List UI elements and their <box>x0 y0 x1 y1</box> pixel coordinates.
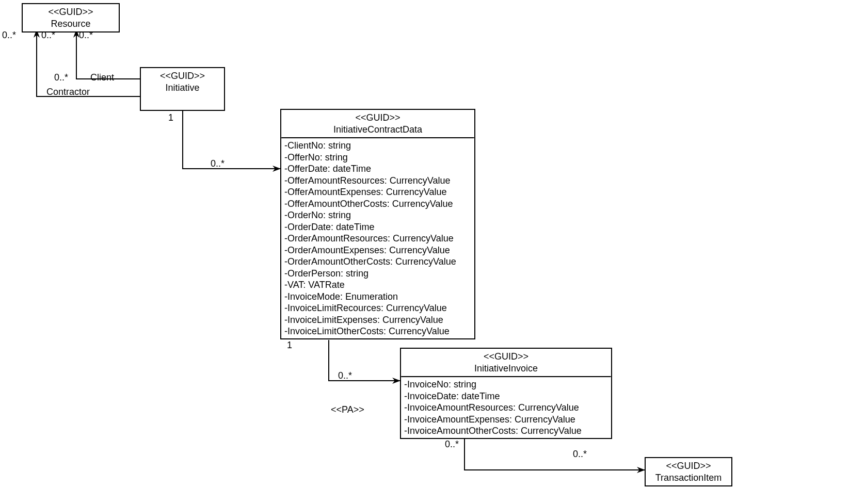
multiplicity-label: 0..* <box>54 72 68 83</box>
multiplicity-label: 0..* <box>338 370 352 381</box>
class-initiative-contract-data: <<GUID>> InitiativeContractData -ClientN… <box>280 109 475 339</box>
attribute: -InvoiceLimitRecources: CurrencyValue <box>284 302 471 314</box>
stereotype-label: <<PA>> <box>331 404 364 415</box>
multiplicity-label: 1 <box>287 340 292 351</box>
attribute: -OfferAmountResources: CurrencyValue <box>284 175 471 187</box>
attribute: -InvoiceAmountOtherCosts: CurrencyValue <box>404 425 608 437</box>
attribute: -VAT: VATRate <box>284 279 471 291</box>
attribute: -OrderDate: dateTime <box>284 221 471 233</box>
stereotype-label: <<GUID>> <box>28 6 114 18</box>
role-label: Contractor <box>46 87 90 97</box>
stereotype-label: <<GUID>> <box>146 70 219 82</box>
multiplicity-label: 1 <box>168 112 173 123</box>
attribute: -InvoiceAmountExpenses: CurrencyValue <box>404 414 608 426</box>
stereotype-label: <<GUID>> <box>651 460 726 472</box>
class-initiative: <<GUID>> Initiative <box>140 67 225 111</box>
multiplicity-label: 0..* <box>79 30 93 41</box>
stereotype-label: <<GUID>> <box>406 351 606 363</box>
stereotype-label: <<GUID>> <box>286 112 469 124</box>
class-initiative-invoice: <<GUID>> InitiativeInvoice -InvoiceNo: s… <box>400 348 612 439</box>
attribute: -OrderPerson: string <box>284 268 471 280</box>
class-resource: <<GUID>> Resource <box>22 3 120 32</box>
attribute: -OrderAmountOtherCosts: CurrencyValue <box>284 256 471 268</box>
multiplicity-label: 0..* <box>211 158 225 169</box>
attribute: -InvoiceAmountResources: CurrencyValue <box>404 402 608 414</box>
classname-label: Resource <box>28 18 114 30</box>
classname-label: TransactionItem <box>651 472 726 484</box>
attribute: -OfferDate: dateTime <box>284 163 471 175</box>
attribute: -InvoiceDate: dateTime <box>404 391 608 402</box>
attribute: -OrderAmountResources: CurrencyValue <box>284 233 471 245</box>
multiplicity-label: 0..* <box>573 449 587 460</box>
classname-label: Initiative <box>146 82 219 94</box>
classname-label: InitiativeInvoice <box>406 363 606 375</box>
attribute: -InvoiceMode: Enumeration <box>284 291 471 303</box>
classname-label: InitiativeContractData <box>286 124 469 136</box>
attribute: -OrderAmountExpenses: CurrencyValue <box>284 245 471 256</box>
attribute: -InvoiceLimitOtherCosts: CurrencyValue <box>284 326 471 337</box>
multiplicity-label: 0..* <box>41 30 55 41</box>
multiplicity-label: 0..* <box>445 439 459 450</box>
attribute: -InvoiceNo: string <box>404 379 608 391</box>
attribute: -InvoiceLimitExpenses: CurrencyValue <box>284 314 471 326</box>
role-label: Client <box>90 72 114 83</box>
attribute-list: -ClientNo: string -OfferNo: string -Offe… <box>281 139 474 338</box>
attribute: -ClientNo: string <box>284 140 471 152</box>
attribute: -OrderNo: string <box>284 209 471 221</box>
attribute: -OfferAmountOtherCosts: CurrencyValue <box>284 198 471 210</box>
class-transaction-item: <<GUID>> TransactionItem <box>645 457 732 486</box>
attribute-list: -InvoiceNo: string -InvoiceDate: dateTim… <box>401 378 611 438</box>
attribute: -OfferNo: string <box>284 152 471 164</box>
multiplicity-label: 0..* <box>2 30 16 41</box>
attribute: -OfferAmountExpenses: CurrencyValue <box>284 186 471 198</box>
